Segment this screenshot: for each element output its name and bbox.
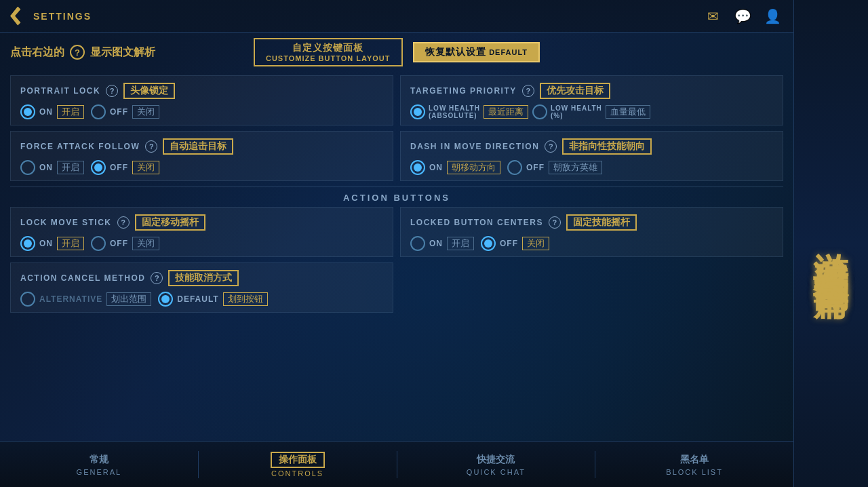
action-cancel-alt-radio[interactable]: [20, 292, 35, 307]
action-cancel-header: ACTION CANCEL METHOD ? 技能取消方式: [20, 270, 383, 286]
lock-stick-off-radio[interactable]: [91, 236, 106, 251]
nav-blocklist[interactable]: 黑名单 BLOCK LIST: [595, 442, 793, 487]
targeting-opt2[interactable]: LOW HEALTH(%) 血量最低: [532, 104, 650, 119]
portrait-lock-on-radio[interactable]: [20, 104, 35, 119]
nav-controls[interactable]: 操作面板 CONTROLS: [199, 442, 397, 487]
top-bar: 点击右边的 ? 显示图文解析 自定义按键面板 CUSTOMIZE BUTTON …: [0, 33, 793, 72]
lock-stick-on-radio[interactable]: [20, 236, 35, 251]
lock-move-stick-help[interactable]: ?: [117, 216, 130, 229]
action-cancel-help[interactable]: ?: [151, 272, 163, 284]
dash-off[interactable]: OFF 朝敌方英雄: [507, 160, 602, 175]
action-cancel-options: ALTERNATIVE 划出范围 DEFAULT 划到按钮: [20, 292, 383, 307]
locked-btn-on[interactable]: ON 开启: [410, 236, 474, 251]
action-cancel-block: ACTION CANCEL METHOD ? 技能取消方式 ALTERNATIV…: [10, 262, 393, 313]
default-button[interactable]: 恢复默认设置 DEFAULT: [413, 42, 540, 62]
portrait-lock-block: PORTRAIT LOCK ? 头像锁定 ON 开启 OFF 关闭: [10, 75, 393, 125]
envelope-icon[interactable]: ✉: [702, 5, 724, 27]
portrait-lock-help[interactable]: ?: [106, 85, 118, 97]
force-attack-off-radio[interactable]: [91, 160, 106, 175]
force-attack-header: FORCE ATTACK FOLLOW ? 自动追击目标: [20, 138, 383, 155]
locked-btn-on-radio[interactable]: [410, 236, 425, 251]
dash-direction-block: DASH IN MOVE DIRECTION ? 非指向性技能朝向 ON 朝移动…: [400, 131, 783, 181]
bottom-nav: 常规 GENERAL 操作面板 CONTROLS 快捷交流 QUICK CHAT…: [0, 441, 793, 487]
settings-area: PORTRAIT LOCK ? 头像锁定 ON 开启 OFF 关闭: [0, 72, 793, 322]
force-attack-block: FORCE ATTACK FOLLOW ? 自动追击目标 ON 开启 OFF 关…: [10, 131, 393, 181]
force-attack-off[interactable]: OFF 关闭: [91, 160, 159, 175]
empty-block: [400, 262, 783, 313]
back-button[interactable]: SETTINGS: [10, 7, 92, 26]
settings-row-1: PORTRAIT LOCK ? 头像锁定 ON 开启 OFF 关闭: [10, 75, 783, 125]
locked-button-centers-block: LOCKED BUTTON CENTERS ? 固定技能摇杆 ON 开启 OFF…: [400, 207, 783, 257]
locked-button-centers-options: ON 开启 OFF 关闭: [410, 236, 773, 251]
chat-icon[interactable]: 💬: [732, 5, 753, 27]
lock-move-stick-header: LOCK MOVE STICK ? 固定移动摇杆: [20, 214, 383, 231]
action-cancel-default-radio[interactable]: [158, 292, 173, 307]
hint-text: 点击右边的 ? 显示图文解析: [10, 45, 155, 60]
force-attack-on-radio[interactable]: [20, 160, 35, 175]
dash-on[interactable]: ON 朝移动方向: [410, 160, 500, 175]
locked-btn-off[interactable]: OFF 关闭: [481, 236, 549, 251]
settings-row-2: FORCE ATTACK FOLLOW ? 自动追击目标 ON 开启 OFF 关…: [10, 131, 783, 181]
portrait-lock-options: ON 开启 OFF 关闭: [20, 104, 383, 119]
nav-quickchat[interactable]: 快捷交流 QUICK CHAT: [397, 442, 595, 487]
targeting-priority-help[interactable]: ?: [522, 85, 534, 97]
lock-move-stick-options: ON 开启 OFF 关闭: [20, 236, 383, 251]
locked-button-centers-help[interactable]: ?: [549, 216, 561, 229]
hint-icon: ?: [70, 45, 85, 60]
settings-title: SETTINGS: [33, 11, 92, 22]
portrait-lock-header: PORTRAIT LOCK ? 头像锁定: [20, 83, 383, 99]
action-cancel-default[interactable]: DEFAULT 划到按钮: [158, 292, 267, 307]
settings-row-4: ACTION CANCEL METHOD ? 技能取消方式 ALTERNATIV…: [10, 262, 783, 313]
force-attack-options: ON 开启 OFF 关闭: [20, 160, 383, 175]
action-buttons-title: ACTION BUTTONS: [10, 187, 783, 207]
lock-stick-off[interactable]: OFF 关闭: [91, 236, 159, 251]
lock-move-stick-block: LOCK MOVE STICK ? 固定移动摇杆 ON 开启 OFF 关闭: [10, 207, 393, 257]
header-icons: ✉ 💬 👤: [702, 5, 783, 27]
back-icon: [10, 7, 29, 26]
targeting-priority-header: TARGETING PRIORITY ? 优先攻击目标: [410, 83, 773, 99]
dash-direction-header: DASH IN MOVE DIRECTION ? 非指向性技能朝向: [410, 138, 773, 155]
force-attack-on[interactable]: ON 开启: [20, 160, 84, 175]
portrait-lock-off-radio[interactable]: [91, 104, 106, 119]
main-content: SETTINGS ✉ 💬 👤 点击右边的 ? 显示图文解析 自定义按键面板 CU…: [0, 0, 793, 487]
targeting-priority-options: LOW HEALTH(ABSOLUTE) 最近距离 LOW HEALTH(%) …: [410, 104, 773, 119]
targeting-opt2-radio[interactable]: [532, 104, 547, 119]
force-attack-help[interactable]: ?: [145, 140, 157, 153]
dash-direction-help[interactable]: ?: [545, 140, 557, 153]
targeting-priority-block: TARGETING PRIORITY ? 优先攻击目标 LOW HEALTH(A…: [400, 75, 783, 125]
locked-btn-off-radio[interactable]: [481, 236, 496, 251]
action-cancel-alt[interactable]: ALTERNATIVE 划出范围: [20, 292, 151, 307]
user-icon[interactable]: 👤: [762, 5, 783, 27]
nav-general[interactable]: 常规 GENERAL: [0, 442, 198, 487]
dash-on-radio[interactable]: [410, 160, 425, 175]
dash-direction-options: ON 朝移动方向 OFF 朝敌方英雄: [410, 160, 773, 175]
dash-off-radio[interactable]: [507, 160, 522, 175]
targeting-opt1[interactable]: LOW HEALTH(ABSOLUTE) 最近距离: [410, 104, 528, 119]
targeting-opt1-radio[interactable]: [410, 104, 425, 119]
lock-stick-on[interactable]: ON 开启: [20, 236, 84, 251]
customize-button[interactable]: 自定义按键面板 CUSTOMIZE BUTTON LAYOUT: [254, 38, 403, 66]
right-panel: 游戏设置翻译篇: [793, 0, 868, 487]
portrait-lock-off[interactable]: OFF 关闭: [91, 104, 159, 119]
settings-row-3: LOCK MOVE STICK ? 固定移动摇杆 ON 开启 OFF 关闭: [10, 207, 783, 257]
portrait-lock-on[interactable]: ON 开启: [20, 104, 84, 119]
right-panel-text: 游戏设置翻译篇: [814, 225, 849, 262]
header: SETTINGS ✉ 💬 👤: [0, 0, 793, 33]
locked-button-centers-header: LOCKED BUTTON CENTERS ? 固定技能摇杆: [410, 214, 773, 231]
